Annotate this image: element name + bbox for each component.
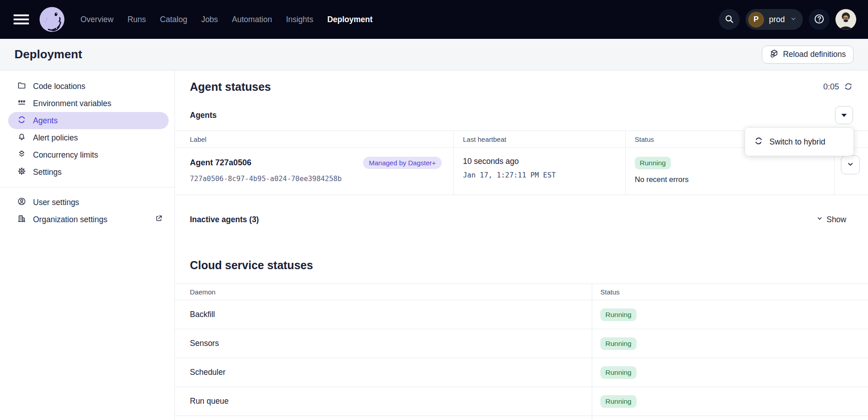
chevron-down-icon <box>816 215 823 224</box>
nav-item-insights[interactable]: Insights <box>286 15 313 24</box>
show-label: Show <box>826 215 846 224</box>
building-icon <box>17 214 26 225</box>
daemon-name: Backfill <box>175 300 592 329</box>
switch-to-hybrid-menu-item[interactable]: Switch to hybrid <box>745 136 854 148</box>
sidebar-item-label: Code locations <box>33 82 85 91</box>
user-avatar[interactable] <box>835 9 856 30</box>
table-row <box>175 416 868 420</box>
nav-item-automation[interactable]: Automation <box>232 15 272 24</box>
column-header-heartbeat: Last heartbeat <box>454 131 626 147</box>
reload-definitions-button[interactable]: Reload definitions <box>762 46 854 64</box>
status-badge: Running <box>600 395 637 408</box>
cloud-services-table: Daemon Status Backfill Running Sensors R… <box>175 284 868 420</box>
sidebar-item-label: Concurrency limits <box>33 150 98 160</box>
status-badge: Running <box>635 157 671 169</box>
dagster-logo-icon[interactable] <box>39 6 65 33</box>
workspace-switcher[interactable]: P prod <box>745 9 803 30</box>
refresh-countdown-value: 0:05 <box>823 82 839 92</box>
sidebar-item-organization-settings[interactable]: Organization settings <box>8 211 169 228</box>
top-nav: Overview Runs Catalog Jobs Automation In… <box>0 0 868 39</box>
workspace-name: prod <box>769 15 785 24</box>
nav-item-runs[interactable]: Runs <box>127 15 146 24</box>
agent-id: 727a0506-8c97-4b95-a024-70ee3984258b <box>190 175 442 183</box>
column-header-status: Status <box>592 284 868 300</box>
table-row: Backfill Running <box>175 300 868 329</box>
sidebar-item-label: Alert policies <box>33 133 78 143</box>
bell-icon <box>17 132 26 144</box>
chevron-down-icon <box>790 15 797 24</box>
sidebar-item-label: Agents <box>33 116 57 126</box>
agent-icon <box>17 115 26 126</box>
sidebar-item-label: User settings <box>33 198 79 207</box>
nav-right: P prod <box>719 9 856 30</box>
heartbeat-timestamp: Jan 17, 1:27:11 PM EST <box>463 171 625 179</box>
sidebar-item-user-settings[interactable]: User settings <box>8 194 169 211</box>
search-icon <box>724 14 734 25</box>
agent-statuses-title: Agent statuses <box>190 80 271 93</box>
reload-definitions-label: Reload definitions <box>783 50 846 59</box>
column-header-daemon: Daemon <box>175 284 592 300</box>
inactive-agents-label: Inactive agents (3) <box>190 215 259 224</box>
page-header: Deployment Reload definitions <box>0 39 868 70</box>
agent-icon <box>754 136 763 148</box>
sidebar-divider <box>0 187 175 187</box>
refresh-button[interactable] <box>844 82 853 93</box>
sidebar-item-settings[interactable]: Settings <box>8 163 169 181</box>
help-icon <box>814 14 825 26</box>
agent-label-cell: Agent 727a0506 Managed by Dagster+ 727a0… <box>175 148 454 195</box>
managed-by-dagster-badge: Managed by Dagster+ <box>363 157 442 169</box>
sidebar-item-agents[interactable]: Agents <box>8 112 169 129</box>
user-icon <box>17 197 26 208</box>
daemon-name: Run queue <box>175 387 592 415</box>
agent-actions-menu: Switch to hybrid <box>745 128 854 156</box>
env-variables-icon <box>17 98 26 109</box>
external-link-icon <box>155 214 163 225</box>
nav-item-jobs[interactable]: Jobs <box>201 15 218 24</box>
daemon-name: Sensors <box>175 329 592 358</box>
primary-nav: Overview Runs Catalog Jobs Automation In… <box>80 15 373 24</box>
sidebar-item-label: Environment variables <box>33 99 111 108</box>
sidebar-item-label: Organization settings <box>33 215 107 224</box>
cloud-table-header: Daemon Status <box>175 284 868 300</box>
agent-row-menu-button[interactable] <box>841 155 860 174</box>
status-badge: Running <box>600 308 637 321</box>
nav-item-overview[interactable]: Overview <box>80 15 113 24</box>
agents-subtitle: Agents <box>190 111 217 120</box>
sidebar-item-label: Settings <box>33 168 61 177</box>
package-reload-icon <box>769 49 779 61</box>
cloud-service-statuses-title: Cloud service statuses <box>190 259 868 272</box>
chevron-down-icon <box>846 160 854 170</box>
status-badge: Running <box>600 366 637 379</box>
agent-actions-button[interactable] <box>835 106 853 124</box>
sidebar-item-code-locations[interactable]: Code locations <box>8 78 169 95</box>
refresh-icon <box>844 82 853 93</box>
nav-item-catalog[interactable]: Catalog <box>160 15 187 24</box>
menu-button[interactable] <box>12 9 32 29</box>
show-inactive-agents-button[interactable]: Show <box>816 215 846 224</box>
heartbeat-relative: 10 seconds ago <box>463 157 625 166</box>
sidebar-item-alert-policies[interactable]: Alert policies <box>8 129 169 146</box>
table-row: Sensors Running <box>175 329 868 358</box>
folder-icon <box>17 81 26 92</box>
search-button[interactable] <box>719 9 740 30</box>
app: Overview Runs Catalog Jobs Automation In… <box>0 0 868 420</box>
caret-down-icon <box>841 114 847 117</box>
gear-icon <box>17 167 26 178</box>
sidebar-item-environment-variables[interactable]: Environment variables <box>8 95 169 112</box>
status-note: No recent errors <box>635 175 834 184</box>
layers-icon <box>17 149 26 161</box>
nav-item-deployment[interactable]: Deployment <box>327 15 373 24</box>
sidebar-item-concurrency-limits[interactable]: Concurrency limits <box>8 146 169 163</box>
status-badge: Running <box>600 337 637 350</box>
switch-to-hybrid-label: Switch to hybrid <box>769 137 826 147</box>
table-row: Scheduler Running <box>175 358 868 387</box>
page-title: Deployment <box>14 47 82 61</box>
agent-name[interactable]: Agent 727a0506 <box>190 158 251 168</box>
agent-heartbeat-cell: 10 seconds ago Jan 17, 1:27:11 PM EST <box>454 148 626 195</box>
workspace-avatar: P <box>748 12 764 28</box>
help-button[interactable] <box>809 9 830 30</box>
table-row: Run queue Running <box>175 387 868 416</box>
column-header-label: Label <box>175 131 454 147</box>
content: Code locations Environment variables <box>0 70 868 420</box>
main-content: Agent statuses 0:05 <box>175 70 868 420</box>
